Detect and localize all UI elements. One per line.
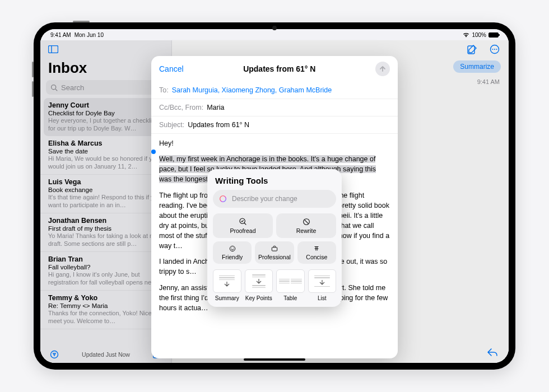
- subject-field[interactable]: Subject: Updates from 61° N: [151, 116, 398, 134]
- briefcase-icon: [270, 245, 279, 253]
- search-icon: [50, 84, 58, 91]
- svg-point-15: [220, 196, 226, 202]
- list-format-button[interactable]: List: [308, 269, 337, 301]
- friendly-button[interactable]: Friendly: [213, 241, 252, 264]
- svg-point-20: [230, 246, 235, 251]
- concise-button[interactable]: Concise: [297, 241, 336, 264]
- apple-intelligence-icon: [218, 194, 227, 203]
- battery-icon: [488, 32, 499, 38]
- wifi-icon: [463, 32, 469, 38]
- cancel-button[interactable]: Cancel: [159, 64, 184, 73]
- list-thumb-icon: [308, 269, 337, 293]
- svg-point-13: [494, 49, 495, 50]
- message-item[interactable]: Jenny Court Checklist for Doyle Bay Hey …: [44, 98, 168, 136]
- reply-icon[interactable]: [485, 345, 500, 360]
- professional-button[interactable]: Professional: [255, 241, 294, 264]
- svg-point-14: [496, 49, 497, 50]
- writing-tools-input[interactable]: Describe your change: [213, 190, 336, 208]
- sidebar-toggle-icon[interactable]: [46, 42, 61, 57]
- summarize-button[interactable]: Summarize: [453, 60, 501, 73]
- writing-tools-title: Writing Tools: [215, 176, 334, 185]
- keypoints-format-button[interactable]: Key Points: [245, 269, 273, 301]
- svg-point-21: [231, 248, 231, 248]
- svg-line-3: [55, 88, 57, 90]
- table-format-button[interactable]: Table: [276, 269, 305, 301]
- svg-rect-23: [272, 248, 277, 251]
- compose-title: Updates from 61° N: [243, 64, 315, 73]
- smile-icon: [228, 245, 237, 253]
- send-button[interactable]: [375, 62, 390, 76]
- summary-format-button[interactable]: Summary: [213, 269, 241, 301]
- writing-tools-popover: Writing Tools Describe your change Proof…: [207, 169, 342, 307]
- proofread-button[interactable]: Proofread: [213, 213, 273, 238]
- selection-handle[interactable]: [151, 150, 156, 154]
- sync-status: Updated Just Now: [82, 351, 130, 358]
- home-indicator[interactable]: [244, 358, 305, 361]
- svg-line-17: [244, 223, 246, 225]
- svg-point-22: [233, 248, 234, 248]
- battery-percent: 100%: [472, 32, 486, 38]
- keypoints-thumb-icon: [245, 269, 273, 293]
- search-input[interactable]: Search: [46, 80, 166, 95]
- to-field[interactable]: To: Sarah Murguia, Xiaomeng Zhong, Graha…: [151, 82, 398, 99]
- table-thumb-icon: [276, 269, 305, 293]
- concise-icon: [312, 245, 321, 253]
- status-bar: 9:41 AM Mon Jun 10 100%: [40, 29, 509, 40]
- status-time: 9:41 AM: [50, 32, 71, 38]
- svg-rect-0: [49, 46, 58, 53]
- ccbcc-field[interactable]: Cc/Bcc, From: Maria: [151, 99, 398, 116]
- svg-line-19: [304, 220, 308, 224]
- summary-thumb-icon: [213, 269, 241, 293]
- svg-point-2: [52, 85, 56, 89]
- svg-point-12: [492, 49, 494, 50]
- more-icon[interactable]: [487, 42, 502, 57]
- rewrite-button[interactable]: Rewrite: [276, 213, 336, 238]
- magnifier-check-icon: [239, 217, 248, 226]
- status-date: Mon Jun 10: [75, 32, 104, 38]
- compose-icon[interactable]: [465, 42, 480, 57]
- rewrite-icon: [302, 217, 311, 226]
- message-time: 9:41 AM: [477, 78, 500, 85]
- filter-icon[interactable]: [47, 347, 62, 362]
